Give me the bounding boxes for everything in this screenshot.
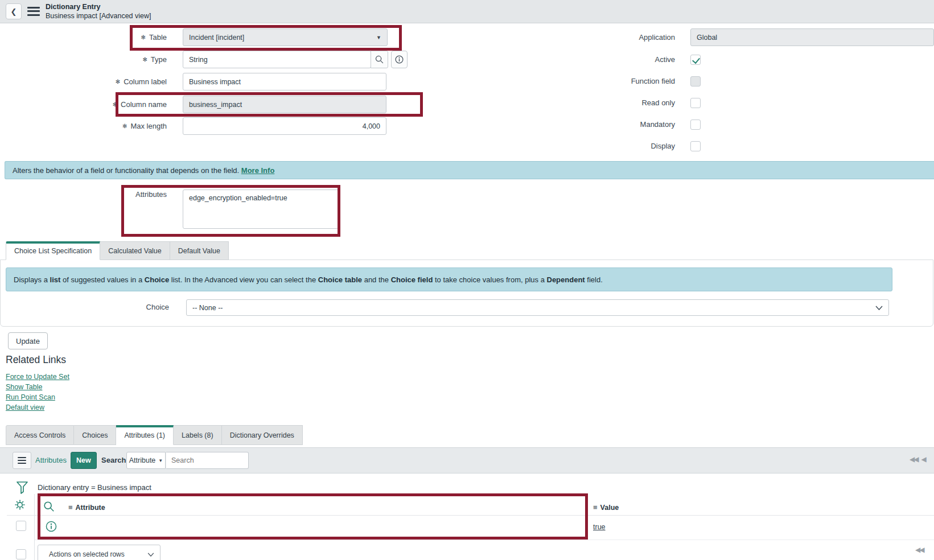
search-column-select[interactable]: Attribute ▼ (126, 452, 166, 469)
related-link-show-table[interactable]: Show Table (6, 383, 42, 391)
page-title-block: Dictionary Entry Business impact [Advanc… (46, 2, 151, 20)
choice-info-banner-text: Displays a list of suggested values in a… (14, 275, 603, 284)
max-length-value: 4,000 (363, 122, 380, 130)
column-header-attribute[interactable]: ≡Attribute (68, 503, 105, 512)
previous-page-icon[interactable]: ◀ (921, 455, 925, 463)
display-checkbox[interactable] (690, 141, 701, 151)
row-select-checkbox[interactable] (16, 521, 26, 531)
table-select-value: Incident [incident] (189, 34, 244, 42)
column-name-value: business_impact (189, 101, 242, 109)
field-info-banner: Alters the behavior of a field or functi… (5, 161, 934, 179)
related-link-default-view[interactable]: Default view (6, 403, 44, 411)
choice-select[interactable]: -- None -- (186, 299, 889, 316)
max-length-input[interactable]: 4,000 (183, 117, 386, 135)
list-rail-divider (34, 494, 35, 560)
search-column-value: Attribute (129, 456, 156, 464)
column-name-field-label: ✻Column name (53, 96, 167, 113)
filter-funnel-icon[interactable] (16, 481, 28, 495)
type-input-value: String (189, 56, 208, 64)
function-field-checkbox (690, 76, 701, 87)
back-chevron-icon: ❮ (11, 7, 17, 16)
filter-breadcrumb[interactable]: Dictionary entry = Business impact (38, 483, 151, 492)
mandatory-field-label: Mandatory (584, 120, 675, 130)
related-link-run-point-scan[interactable]: Run Point Scan (6, 393, 55, 401)
column-label-field-label: ✻Column label (53, 73, 167, 90)
field-info-banner-text: Alters the behavior of a field or functi… (13, 166, 239, 175)
first-page-icon[interactable]: ◀◀ (915, 546, 923, 554)
read-only-checkbox[interactable] (690, 98, 701, 108)
row-select-checkbox[interactable] (16, 549, 26, 559)
column-menu-icon[interactable]: ≡ (68, 503, 73, 512)
rail-separator (7, 515, 34, 516)
application-value: Global (697, 34, 717, 42)
column-menu-icon[interactable]: ≡ (593, 503, 598, 512)
actions-select-value: Actions on selected rows (44, 550, 125, 558)
attributes-textarea[interactable]: edge_encryption_enabled=true (183, 190, 339, 229)
application-input[interactable]: Global (690, 28, 934, 46)
related-link-force-to-update-set[interactable]: Force to Update Set (6, 373, 69, 381)
mandatory-asterisk-icon: ✻ (122, 123, 127, 129)
highlight-box-attribute-column (38, 493, 588, 540)
chevron-down-icon (875, 306, 883, 310)
list-settings-gear-icon[interactable] (13, 498, 27, 512)
choice-select-value: -- None -- (192, 304, 223, 312)
new-button[interactable]: New (71, 452, 97, 469)
dropdown-caret-icon: ▼ (158, 458, 163, 463)
list-menu-icon[interactable] (13, 452, 31, 469)
more-info-link[interactable]: More Info (241, 166, 275, 175)
max-length-field-label: ✻Max length (53, 117, 167, 135)
type-field-label: ✻Type (53, 51, 167, 68)
read-only-field-label: Read only (584, 98, 675, 108)
dropdown-caret-icon: ▼ (376, 35, 381, 40)
tab-default-value[interactable]: Default Value (170, 241, 229, 260)
search-icon (375, 55, 384, 64)
list-search-input[interactable] (166, 452, 249, 469)
choice-field-label: Choice (55, 299, 169, 315)
tab-labels[interactable]: Labels (8) (174, 425, 222, 445)
related-links-heading: Related Links (6, 354, 66, 366)
info-icon (394, 55, 404, 64)
form-tab-strip: Choice List Specification Calculated Val… (6, 241, 229, 260)
first-page-icon[interactable]: ◀◀ (910, 455, 917, 463)
column-label-value: Business impact (189, 78, 241, 86)
mandatory-asterisk-icon: ✻ (113, 101, 117, 108)
active-checkbox[interactable] (690, 55, 701, 65)
column-header-value[interactable]: ≡Value (593, 503, 619, 512)
active-field-label: Active (584, 55, 675, 65)
tab-dictionary-overrides[interactable]: Dictionary Overrides (222, 425, 303, 445)
row-separator (35, 540, 934, 540)
table-select[interactable]: Incident [incident] ▼ (183, 28, 388, 46)
tab-access-controls[interactable]: Access Controls (6, 425, 74, 445)
related-list-tab-strip: Access Controls Choices Attributes (1) L… (6, 425, 303, 445)
tab-calculated-value[interactable]: Calculated Value (100, 241, 170, 260)
mandatory-asterisk-icon: ✻ (116, 79, 120, 85)
row-info-icon[interactable] (45, 520, 57, 533)
back-button[interactable]: ❮ (6, 3, 22, 19)
actions-on-selected-rows-select[interactable]: Actions on selected rows (38, 545, 161, 560)
display-field-label: Display (584, 141, 675, 151)
page-title: Dictionary Entry (46, 2, 151, 11)
mandatory-asterisk-icon: ✻ (142, 56, 147, 63)
mandatory-asterisk-icon: ✻ (141, 34, 146, 40)
tab-choice-list-specification[interactable]: Choice List Specification (6, 241, 100, 260)
mandatory-checkbox[interactable] (690, 120, 701, 130)
type-input[interactable]: String (183, 51, 371, 68)
header-row-separator (35, 515, 934, 516)
application-field-label: Application (584, 28, 675, 46)
cell-value-link[interactable]: true (593, 523, 606, 531)
list-paging-controls: ◀◀ ◀ (910, 455, 925, 463)
table-field-label: ✻Table (53, 28, 167, 46)
update-button[interactable]: Update (8, 332, 48, 349)
function-field-label: Function field (584, 76, 675, 87)
column-name-input[interactable]: business_impact (183, 96, 386, 113)
page-subtitle: Business impact [Advanced view] (46, 11, 151, 20)
chevron-down-icon (147, 553, 154, 557)
type-lookup-button[interactable] (371, 51, 388, 68)
type-info-button[interactable] (391, 51, 408, 68)
tab-attributes[interactable]: Attributes (1) (116, 425, 174, 445)
column-label-input[interactable]: Business impact (183, 73, 386, 90)
tab-choices[interactable]: Choices (74, 425, 116, 445)
column-search-icon[interactable] (43, 500, 55, 513)
context-menu-icon[interactable] (27, 7, 40, 17)
list-title[interactable]: Attributes (35, 456, 67, 464)
